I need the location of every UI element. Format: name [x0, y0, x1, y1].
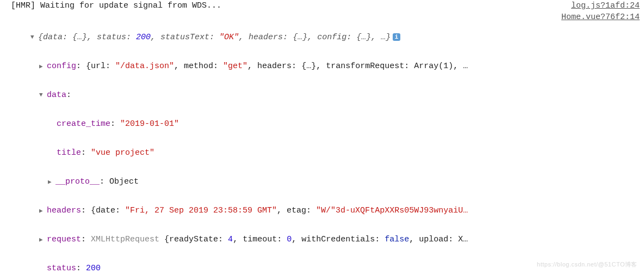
log-hmr: [HMR] Waiting for update signal from WDS… — [0, 0, 644, 11]
text: : — [81, 235, 91, 244]
chevron-down-icon[interactable]: ▼ — [39, 92, 46, 98]
summary-status: 200 — [136, 33, 151, 42]
data-key: data — [47, 90, 66, 100]
config-method: "get" — [223, 62, 247, 71]
text: , withCredentials: — [292, 235, 385, 244]
readystate: 4 — [228, 235, 233, 244]
request-line[interactable]: ▶request: XMLHttpRequest {readyState: 4,… — [11, 225, 640, 254]
proto-value: : Object — [100, 177, 139, 186]
headers-date: "Fri, 27 Sep 2019 23:58:59 GMT" — [125, 206, 277, 215]
info-icon[interactable]: i — [393, 33, 400, 41]
create-time-line: create_time: "2019-01-01" — [11, 110, 640, 138]
chevron-right-icon[interactable]: ▶ — [39, 207, 46, 214]
title-line: title: "vue project" — [11, 138, 640, 167]
title-key: title — [57, 148, 81, 157]
summary-text: , headers: {…}, config: {…}, …} — [239, 33, 391, 42]
title-value: "vue project" — [91, 148, 154, 157]
create-time-value: "2019-01-01" — [120, 119, 179, 129]
summary-text: {data: {…}, status: — [38, 33, 136, 42]
status-key: status — [47, 264, 76, 273]
text: : {date: — [81, 206, 125, 215]
chevron-right-icon[interactable]: ▶ — [48, 178, 54, 185]
config-line[interactable]: ▶config: {url: "/data.json", method: "ge… — [11, 52, 640, 81]
headers-etag: "W/"3d-uXQFtApXXRs05WJ93wnyaiU… — [316, 206, 468, 215]
text: {readyState: — [159, 235, 228, 244]
chevron-right-icon[interactable]: ▶ — [39, 63, 46, 70]
data-line[interactable]: ▼data: — [11, 81, 640, 110]
create-time-key: create_time — [57, 119, 110, 129]
object-summary-line[interactable]: ▼{data: {…}, status: 200, statusText: "O… — [11, 23, 640, 52]
chevron-down-icon[interactable]: ▼ — [30, 34, 37, 40]
source-link[interactable]: log.js?1afd:24 — [567, 1, 640, 10]
colon: : — [66, 90, 71, 100]
log-message: [HMR] Waiting for update signal from WDS… — [11, 1, 567, 10]
watermark: https://blog.csdn.net/@51CTO博客 — [537, 260, 637, 269]
summary-text: , statusText: — [151, 33, 219, 42]
status-value: 200 — [86, 264, 101, 273]
source-link[interactable]: Home.vue?76f2:14 — [557, 13, 640, 22]
chevron-right-icon[interactable]: ▶ — [39, 236, 46, 243]
headers-key: headers — [47, 206, 81, 215]
proto-key: __proto__ — [55, 177, 100, 186]
text: , upload: X… — [409, 235, 468, 244]
summary-statustext: "OK" — [219, 33, 239, 42]
data-proto-line[interactable]: ▶__proto__: Object — [11, 167, 640, 196]
object-tree: ▼{data: {…}, status: 200, statusText: "O… — [0, 23, 644, 273]
text: , method: — [174, 62, 223, 71]
text: , timeout: — [233, 235, 287, 244]
text: , etag: — [277, 206, 316, 215]
timeout: 0 — [287, 235, 292, 244]
headers-line[interactable]: ▶headers: {date: "Fri, 27 Sep 2019 23:58… — [11, 196, 640, 225]
request-key: request — [47, 235, 81, 244]
request-class: XMLHttpRequest — [91, 235, 159, 244]
config-url: "/data.json" — [115, 62, 174, 71]
text: : {url: — [76, 62, 115, 71]
log-object-header: Home.vue?76f2:14 — [0, 11, 644, 23]
withcredentials: false — [385, 235, 409, 244]
config-key: config — [47, 62, 76, 71]
text: , headers: {…}, transformRequest: Array(… — [247, 62, 468, 71]
